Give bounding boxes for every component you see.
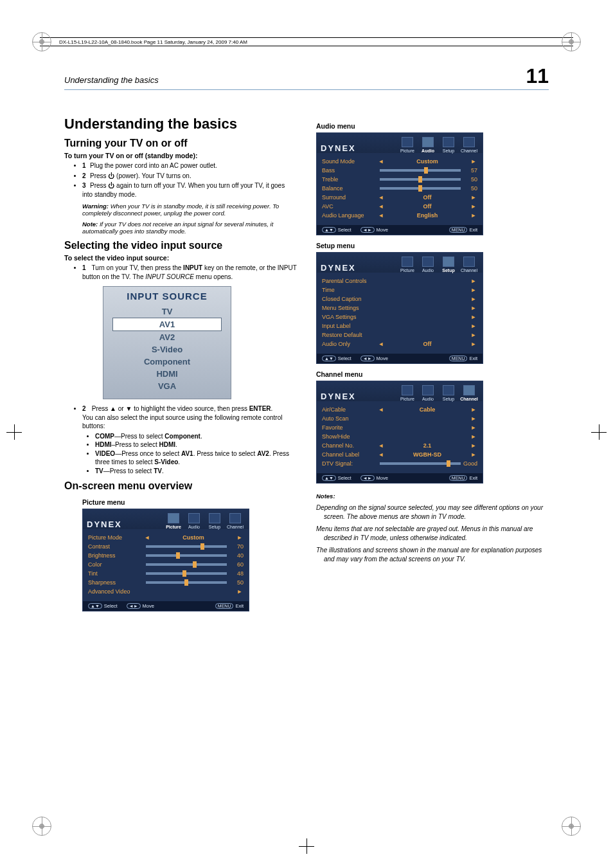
- input-source-title: INPUT SOURCE: [103, 291, 231, 302]
- step-1: 1 Turn on your TV, then press the INPUT …: [82, 264, 297, 281]
- picture-menu-label: Picture menu: [82, 498, 297, 506]
- picture-osd: DYNEXPictureAudioSetupChannelPicture Mod…: [82, 509, 249, 611]
- input-source-menu: INPUT SOURCE TVAV1AV2S-VideoComponentHDM…: [103, 286, 231, 399]
- registration-mark: [562, 32, 581, 51]
- osd-row: AVC◄Off►: [322, 202, 477, 211]
- registration-mark: [32, 817, 51, 836]
- osd-slider: .slider[style*="--p:57"]::after{left:cal…: [380, 169, 461, 172]
- osd-tab: Setup: [439, 255, 458, 273]
- step-2: 2Press ⏻ (power). Your TV turns on.: [82, 172, 297, 181]
- input-source-option: Component: [103, 356, 231, 368]
- bullet-tv: TV—Press to select TV.: [95, 467, 297, 476]
- notes-heading: Notes:: [316, 493, 549, 500]
- osd-footer: ▲▼Select◄►MoveMENUExit: [317, 354, 483, 363]
- osd-row: Auto Scan►: [322, 414, 477, 423]
- osd-slider: .slider[style*="--p:50"]::after{left:cal…: [146, 581, 227, 584]
- osd-row: Closed Caption►: [322, 294, 477, 303]
- osd-slider: #osd-chan .slider::after{left:calc(85% -…: [380, 462, 461, 465]
- audio-osd: DYNEXPictureAudioSetupChannelSound Mode◄…: [316, 132, 483, 235]
- input-source-option: VGA: [103, 380, 231, 392]
- step-3: 3Press ⏻ again to turn off your TV. When…: [82, 181, 297, 199]
- osd-slider: .slider[style*="--p:50"]::after{left:cal…: [380, 178, 461, 181]
- osd-row: Channel Label◄WGBH-SD►: [322, 450, 477, 459]
- osd-row: Sound Mode◄Custom►: [322, 157, 477, 166]
- crop-mark: [6, 424, 22, 440]
- info-note: Note: If your TV does not receive an inp…: [82, 221, 297, 235]
- input-source-option: HDMI: [103, 368, 231, 380]
- osd-row: Brightness.slider[style*="--p:40"]::afte…: [88, 551, 244, 560]
- osd-tab: Setup: [439, 384, 458, 401]
- h2-turning-tv: Turning your TV on or off: [64, 138, 297, 149]
- note-2: Menu items that are not selectable are g…: [324, 525, 549, 542]
- running-header: Understanding the basics 11: [64, 64, 549, 90]
- setup-menu-label: Setup menu: [316, 242, 549, 249]
- osd-row: Favorite►: [322, 423, 477, 432]
- osd-tab: Setup: [205, 512, 224, 529]
- osd-tab: Channel: [459, 255, 479, 273]
- audio-menu-label: Audio menu: [316, 122, 549, 130]
- h3-select-input: To select the video input source:: [64, 254, 297, 262]
- registration-mark: [562, 817, 581, 836]
- osd-tab: Picture: [398, 255, 417, 273]
- osd-row: Audio Language◄English►: [322, 211, 477, 220]
- osd-row: Sharpness.slider[style*="--p:50"]::after…: [88, 578, 244, 587]
- osd-row: Color.slider[style*="--p:60"]::after{lef…: [88, 560, 244, 569]
- osd-row: Show/Hide►: [322, 432, 477, 441]
- osd-row: Air/Cable◄Cable►: [322, 405, 477, 414]
- h1-understanding-basics: Understanding the basics: [64, 116, 297, 132]
- osd-row: Bass.slider[style*="--p:57"]::after{left…: [322, 166, 477, 175]
- osd-slider: .slider[style*="--p:60"]::after{left:cal…: [146, 563, 227, 566]
- osd-row-dtv: DTV Signal:#osd-chan .slider::after{left…: [322, 459, 477, 468]
- input-source-option: TV: [103, 305, 231, 318]
- osd-row: Advanced Video►: [88, 587, 244, 596]
- osd-row: Parental Controls►: [322, 276, 477, 285]
- osd-row: Input Label►: [322, 321, 477, 330]
- bullet-comp: COMP—Press to select Component.: [95, 432, 297, 441]
- osd-row: Picture Mode◄Custom►: [88, 533, 244, 542]
- step-1: 1Plug the power cord into an AC power ou…: [82, 161, 297, 170]
- warning-note: Warning: When your TV is in standby mode…: [82, 203, 297, 217]
- bullet-video: VIDEO—Press once to select AV1. Press tw…: [95, 449, 297, 467]
- h3-standby: To turn your TV on or off (standby mode)…: [64, 152, 297, 159]
- h2-osd-overview: On-screen menu overview: [64, 480, 297, 492]
- input-source-option: S-Video: [103, 343, 231, 356]
- book-header-text: DX-L15-L19-L22-10A_08-1840.book Page 11 …: [59, 39, 247, 45]
- osd-slider: .slider[style*="--p:40"]::after{left:cal…: [146, 554, 227, 557]
- osd-row: Balance.slider[style*="--p:50"]::after{l…: [322, 184, 477, 193]
- osd-footer: ▲▼Select◄►MoveMENUExit: [317, 225, 483, 235]
- osd-slider: .slider[style*="--p:70"]::after{left:cal…: [146, 545, 227, 548]
- power-icon: ⏻: [108, 182, 114, 189]
- osd-logo: DYNEX: [321, 263, 356, 273]
- osd-row: Surround◄Off►: [322, 193, 477, 202]
- osd-footer: ▲▼Select◄►MoveMENUExit: [83, 601, 249, 611]
- osd-row: Time►: [322, 285, 477, 294]
- channel-menu-label: Channel menu: [316, 370, 549, 378]
- osd-row: Contrast.slider[style*="--p:70"]::after{…: [88, 542, 244, 551]
- note-3: The illustrations and screens shown in t…: [324, 546, 549, 563]
- osd-logo: DYNEX: [321, 143, 356, 153]
- osd-row: Menu Settings►: [322, 303, 477, 312]
- osd-slider: .slider[style*="--p:48"]::after{left:cal…: [146, 572, 227, 575]
- crop-mark: [299, 838, 314, 854]
- registration-mark: [32, 32, 51, 51]
- osd-row: Treble.slider[style*="--p:50"]::after{le…: [322, 175, 477, 184]
- osd-tab: Setup: [439, 136, 458, 153]
- osd-tab: Channel: [459, 136, 479, 153]
- channel-osd: DYNEXPictureAudioSetupChannelAir/Cable◄C…: [316, 381, 483, 484]
- running-header-text: Understanding the basics: [64, 75, 159, 85]
- osd-row: Channel No.◄2.1►: [322, 441, 477, 450]
- bullet-hdmi: HDMI–Press to select HDMI.: [95, 440, 297, 449]
- osd-logo: DYNEX: [321, 392, 356, 401]
- step-2: 2 Press ▲ or ▼ to highlight the video so…: [82, 404, 297, 431]
- input-source-option: AV2: [103, 331, 231, 343]
- osd-tab: Picture: [164, 512, 183, 529]
- note-1: Depending on the signal source selected,…: [324, 503, 549, 521]
- osd-tab: Channel: [226, 512, 245, 529]
- osd-tab: Channel: [459, 384, 479, 401]
- osd-row: VGA Settings►: [322, 312, 477, 321]
- osd-tab: Picture: [398, 136, 417, 153]
- osd-tab: Audio: [418, 255, 438, 273]
- osd-row: Restore Default►: [322, 330, 477, 339]
- osd-row: Audio Only◄Off►: [322, 339, 477, 348]
- crop-mark: [591, 424, 607, 440]
